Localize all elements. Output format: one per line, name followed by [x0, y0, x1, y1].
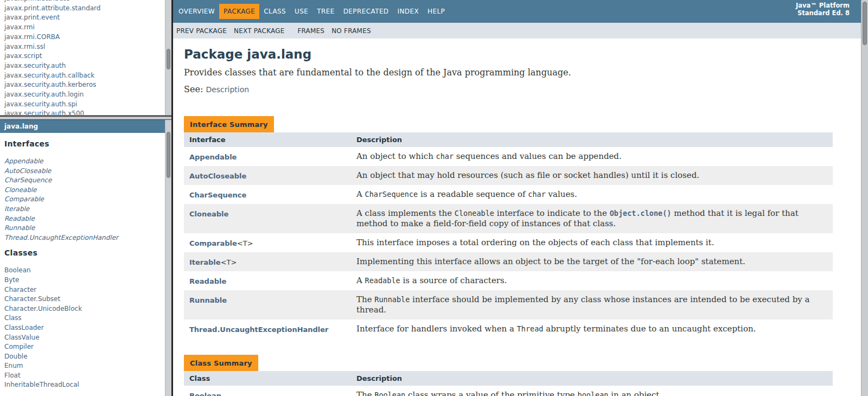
top-nav-item-use[interactable]: USE: [290, 4, 312, 19]
interface-link-autocloseable[interactable]: AutoCloseable: [4, 167, 171, 176]
package-link-javax-security-auth-callback[interactable]: javax.security.auth.callback: [4, 71, 171, 81]
type-link-runnable[interactable]: Runnable: [189, 296, 227, 304]
package-list-scrollbar-thumb[interactable]: [167, 49, 170, 69]
desc-text: class wraps a value of the primitive typ…: [405, 390, 577, 396]
top-nav-item-overview[interactable]: OVERVIEW: [174, 4, 219, 19]
type-description: Interface for handlers invoked when a Th…: [351, 320, 833, 338]
page-title: Package java.lang: [184, 47, 850, 62]
class-link-character[interactable]: Character: [4, 285, 171, 295]
class-link-enum[interactable]: Enum: [4, 361, 171, 371]
package-link-javax-script[interactable]: javax.script: [4, 52, 171, 61]
type-link-autocloseable[interactable]: AutoCloseable: [189, 172, 246, 180]
sub-nav-next-package[interactable]: NEXT PACKAGE: [234, 27, 285, 35]
type-description: This interface imposes a total ordering …: [351, 233, 833, 252]
class-link-boolean[interactable]: Boolean: [4, 266, 171, 276]
type-name-cell: Comparable<T>: [184, 233, 351, 252]
sub-nav-frame-links: FRAMESNO FRAMES: [297, 27, 371, 35]
top-nav-item-deprecated[interactable]: DEPRECATED: [339, 4, 393, 19]
class-link-inheritablethreadlocal[interactable]: InheritableThreadLocal: [4, 380, 171, 390]
type-name-cell: Thread.UncaughtExceptionHandler: [184, 320, 351, 338]
sub-nav-prev-package[interactable]: PREV PACKAGE: [176, 27, 227, 35]
type-description: An object that may hold resources (such …: [351, 166, 833, 185]
class-link-classvalue[interactable]: ClassValue: [4, 333, 171, 343]
interface-link-appendable[interactable]: Appendable: [4, 157, 171, 167]
col-header-class: Class: [184, 371, 351, 386]
type-link-cloneable[interactable]: Cloneable: [189, 210, 228, 218]
class-link-character-subset[interactable]: Character.Subset: [4, 295, 171, 304]
type-link-appendable[interactable]: Appendable: [189, 153, 237, 161]
desc-text: in an object.: [608, 390, 662, 396]
summary-table-row: AutoCloseable An object that may hold re…: [184, 166, 833, 185]
package-link-javax-print-attribute[interactable]: javax.print.attribute: [4, 0, 171, 4]
type-link-charsequence[interactable]: CharSequence: [189, 191, 246, 199]
type-link-iterable[interactable]: Iterable: [189, 258, 221, 266]
code-link[interactable]: Object.clone(): [610, 209, 672, 218]
summary-table-row: Cloneable A class implements the Cloneab…: [184, 204, 833, 233]
interface-summary-header-row: Interface Description: [184, 132, 833, 147]
top-nav-item-index[interactable]: INDEX: [393, 4, 424, 19]
main-scrollbar[interactable]: [861, 0, 868, 396]
class-link-compiler[interactable]: Compiler: [4, 342, 171, 352]
interface-link-readable[interactable]: Readable: [4, 214, 171, 224]
package-link-javax-security-auth-spi[interactable]: javax.security.auth.spi: [4, 100, 171, 110]
package-frame-scrollbar[interactable]: [165, 120, 171, 396]
interfaces-list: AppendableAutoCloseableCharSequenceClone…: [4, 157, 171, 242]
classes-list: BooleanByteCharacterCharacter.SubsetChar…: [4, 266, 171, 390]
package-link-javax-security-auth[interactable]: javax.security.auth: [4, 61, 171, 71]
java-platform-label: Java™ Platform Standard Ed. 8: [796, 2, 850, 17]
code-text: Runnable: [374, 295, 410, 304]
desc-text: A: [356, 189, 365, 199]
top-nav-item-help[interactable]: HELP: [423, 4, 449, 19]
top-nav-item-class[interactable]: CLASS: [259, 4, 290, 19]
class-link-double[interactable]: Double: [4, 352, 171, 362]
interface-summary-body: Appendable An object to which char seque…: [184, 147, 833, 338]
package-frame-scrollbar-thumb[interactable]: [167, 132, 170, 178]
package-link-javax-security-auth-kerberos[interactable]: javax.security.auth.kerberos: [4, 80, 171, 90]
summary-table-row: Boolean The Boolean class wraps a value …: [184, 386, 833, 396]
main-frame: OVERVIEWPACKAGECLASSUSETREEDEPRECATEDIND…: [173, 0, 861, 396]
see-label: See:: [184, 84, 203, 94]
package-link-javax-rmi-ssl[interactable]: javax.rmi.ssl: [4, 42, 171, 52]
sub-nav-frames[interactable]: FRAMES: [297, 27, 324, 35]
package-link-javax-security-auth-x500[interactable]: javax.security.auth.x500: [4, 109, 171, 116]
code-text: char: [528, 190, 546, 199]
interface-link-charsequence[interactable]: CharSequence: [4, 176, 171, 186]
frame-divider[interactable]: [0, 116, 171, 120]
desc-text: This interface imposes a total ordering …: [356, 238, 714, 247]
class-link-classloader[interactable]: ClassLoader: [4, 323, 171, 333]
class-summary-header-row: Class Description: [184, 371, 833, 386]
class-link-character-unicodeblock[interactable]: Character.UnicodeBlock: [4, 304, 171, 314]
top-nav-item-tree[interactable]: TREE: [312, 4, 339, 19]
sub-nav-no-frames[interactable]: NO FRAMES: [331, 27, 371, 35]
type-link-readable[interactable]: Readable: [189, 277, 226, 285]
package-link-javax-rmi[interactable]: javax.rmi: [4, 23, 171, 33]
interface-link-comparable[interactable]: Comparable: [4, 195, 171, 205]
description-link[interactable]: Description: [206, 85, 249, 94]
class-link-float[interactable]: Float: [4, 371, 171, 381]
type-link-comparable[interactable]: Comparable: [189, 239, 237, 247]
top-nav-list: OVERVIEWPACKAGECLASSUSETREEDEPRECATEDIND…: [174, 4, 449, 19]
type-description: The Boolean class wraps a value of the p…: [351, 386, 833, 396]
type-link-thread-uncaughtexceptionhandler[interactable]: Thread.UncaughtExceptionHandler: [189, 325, 329, 334]
classes-heading: Classes: [4, 248, 171, 257]
class-link-class[interactable]: Class: [4, 314, 171, 323]
interface-link-cloneable[interactable]: Cloneable: [4, 186, 171, 195]
main-scrollbar-thumb[interactable]: [863, 2, 867, 45]
package-link-javax-security-auth-login[interactable]: javax.security.auth.login: [4, 90, 171, 100]
type-description: A CharSequence is a readable sequence of…: [351, 185, 833, 204]
package-link-javax-print-event[interactable]: javax.print.event: [4, 13, 171, 23]
interface-link-iterable[interactable]: Iterable: [4, 205, 171, 214]
class-link-byte[interactable]: Byte: [4, 276, 171, 285]
summary-table-row: Iterable<T> Implementing this interface …: [184, 252, 833, 271]
type-name-cell: CharSequence: [184, 185, 351, 204]
type-link-boolean[interactable]: Boolean: [189, 392, 221, 396]
package-link-javax-print-attribute-standard[interactable]: javax.print.attribute.standard: [4, 4, 171, 14]
desc-text: is a readable sequence of: [418, 189, 528, 199]
package-list-scrollbar[interactable]: [165, 0, 171, 115]
about-line-2: Standard Ed. 8: [796, 10, 850, 17]
type-description: An object to which char sequences and va…: [351, 147, 833, 166]
interface-link-runnable[interactable]: Runnable: [4, 223, 171, 233]
interface-link-thread-uncaughtexceptionhandler[interactable]: Thread.UncaughtExceptionHandler: [4, 233, 171, 243]
code-text: boolean: [578, 391, 609, 396]
package-link-javax-rmi-corba[interactable]: javax.rmi.CORBA: [4, 33, 171, 42]
